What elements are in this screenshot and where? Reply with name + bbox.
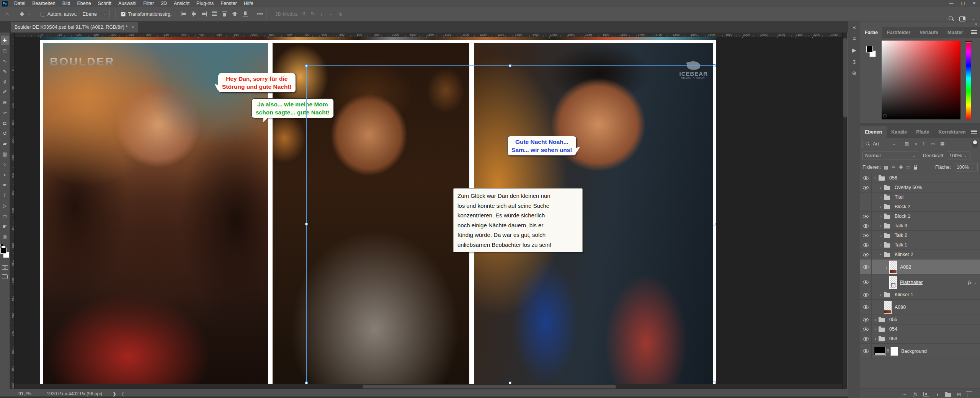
menu-hilfe[interactable]: Hilfe	[240, 0, 257, 7]
menu-schrift[interactable]: Schrift	[95, 0, 115, 7]
layer-row-talk-2[interactable]: ›Talk 2	[860, 231, 980, 240]
align-left-icon[interactable]	[181, 11, 186, 16]
brush-tool[interactable]: ✑	[1, 108, 9, 117]
menu-datei[interactable]: Datei	[11, 0, 29, 7]
dodge-tool[interactable]: ◖	[1, 170, 9, 179]
filter-shape-icon[interactable]: ▭	[930, 141, 936, 147]
export-panel-icon[interactable]: ↥	[848, 56, 860, 67]
lock-position-icon[interactable]: ✚	[899, 165, 903, 170]
workspace-switcher-icon[interactable]	[959, 16, 965, 21]
chevron-down-icon[interactable]: ›	[873, 176, 878, 180]
blur-tool[interactable]: ○	[1, 160, 9, 169]
gradient-tool[interactable]: ▥	[1, 149, 9, 159]
visibility-toggle[interactable]	[860, 315, 872, 324]
distribute-icon[interactable]	[212, 11, 217, 16]
actions-panel-icon[interactable]: ▶	[848, 44, 860, 56]
path-select-tool[interactable]: ▷	[1, 201, 9, 210]
menu-bearbeiten[interactable]: Bearbeiten	[29, 0, 59, 7]
menu-auswahl[interactable]: Auswahl	[115, 0, 140, 7]
layer-row-054[interactable]: ›054	[860, 325, 980, 334]
layer-row-053[interactable]: ›053	[860, 334, 980, 344]
hand-tool[interactable]: ☛	[1, 222, 9, 231]
visibility-toggle[interactable]	[860, 275, 872, 290]
pen-tool[interactable]: ✒	[1, 180, 9, 190]
layer-row-a082[interactable]: ↓A082	[860, 259, 980, 275]
tab-close-icon[interactable]: ×	[131, 24, 134, 30]
visibility-toggle[interactable]	[860, 250, 872, 259]
chevron-down-icon[interactable]: ›	[879, 252, 883, 257]
chevron-right-icon[interactable]: ›	[879, 204, 883, 209]
transform-selection-box[interactable]	[306, 65, 714, 383]
fx-chevron-icon[interactable]: ⌄	[974, 281, 977, 284]
layer-row-talk-3[interactable]: ›Talk 3	[860, 221, 980, 231]
more-options-icon[interactable]: •••	[257, 11, 263, 17]
layer-row-overlay-50-[interactable]: ›Overlay 50%	[860, 183, 980, 192]
menu-3d[interactable]: 3D	[157, 0, 170, 7]
transform-handle[interactable]	[713, 64, 715, 67]
visibility-toggle[interactable]	[860, 325, 872, 334]
menu-ansicht[interactable]: Ansicht	[170, 0, 193, 7]
tab-farbfelder[interactable]: Farbfelder	[882, 27, 915, 38]
eyedropper-tool[interactable]: ✐	[1, 87, 9, 97]
eraser-tool[interactable]: ▰	[1, 139, 9, 148]
layer-fx-badge[interactable]: fx	[968, 279, 972, 285]
history-brush-tool[interactable]: ↺	[1, 129, 9, 138]
document-tab[interactable]: Boulder DE K03S04.psd bei 91,7% (A082, R…	[11, 22, 138, 33]
align-right-icon[interactable]	[201, 11, 207, 16]
minimize-button[interactable]: —	[946, 0, 957, 7]
visibility-toggle[interactable]	[860, 240, 872, 250]
color-swatch-widget[interactable]	[0, 248, 10, 261]
marquee-tool[interactable]: □	[1, 46, 9, 55]
panel-menu-icon[interactable]	[971, 30, 977, 34]
tab-kan-le[interactable]: Kanäle	[887, 126, 911, 138]
menu-fenster[interactable]: Fenster	[217, 0, 240, 7]
new-group-icon[interactable]	[945, 393, 951, 397]
opacity-dropdown[interactable]: 100% ⌄	[947, 152, 970, 160]
align-top-icon[interactable]	[222, 11, 228, 16]
canvas-area[interactable]: BOULDER ICEBEAR GRAPHIC NOVEL Hey Dan, s…	[10, 33, 842, 389]
move-tool-preset-icon[interactable]: ✚	[17, 11, 26, 17]
visibility-toggle[interactable]	[860, 344, 872, 359]
layer-row-platzhalter[interactable]: Platzhalterfx⌄	[860, 275, 980, 290]
color-picker-ring[interactable]	[883, 114, 887, 117]
layer-row-titel[interactable]: ›Titel	[860, 192, 980, 202]
align-center-h-icon[interactable]	[191, 11, 197, 16]
collapse-panels-icon[interactable]: «	[848, 21, 860, 33]
lasso-tool[interactable]: ∿	[1, 56, 9, 66]
panel-foreground-swatch[interactable]	[866, 46, 873, 52]
visibility-toggle[interactable]	[860, 231, 872, 240]
healing-tool[interactable]: ⊕	[1, 98, 9, 107]
layer-row-056[interactable]: ›056	[860, 173, 980, 183]
lock-artboard-icon[interactable]: ▭	[906, 165, 910, 170]
fill-dropdown[interactable]: 100% ⌄	[954, 163, 978, 171]
type-tool[interactable]: T	[1, 191, 9, 200]
transform-handle[interactable]	[305, 223, 308, 225]
tab-korrekturen[interactable]: Korrekturen	[934, 126, 970, 138]
tab-ebenen[interactable]: Ebenen	[860, 126, 887, 138]
horizontal-scroll-thumb[interactable]	[363, 385, 616, 388]
tab-pfade[interactable]: Pfade	[911, 126, 934, 138]
chevron-right-icon[interactable]: ›	[879, 214, 883, 219]
transform-handle[interactable]	[305, 64, 308, 67]
chevron-right-icon[interactable]: ›	[879, 223, 883, 228]
foreground-color-swatch[interactable]	[0, 248, 7, 254]
align-middle-icon[interactable]	[232, 11, 238, 16]
layer-row-055[interactable]: ›055	[860, 315, 980, 325]
lock-transparency-icon[interactable]: ▩	[884, 165, 888, 170]
chevron-right-icon[interactable]: ›	[873, 327, 878, 331]
blend-mode-dropdown[interactable]: Normal ⌄	[862, 152, 919, 160]
menu-ebene[interactable]: Ebene	[74, 0, 95, 7]
zoom-level[interactable]: 91,7%	[18, 391, 31, 396]
chevron-right-icon[interactable]: ›	[879, 243, 883, 247]
visibility-toggle[interactable]	[860, 334, 872, 343]
tab-farbe[interactable]: Farbe	[860, 27, 882, 38]
auto-select-target-dropdown[interactable]: Ebene ⌄	[80, 10, 110, 18]
search-icon[interactable]	[949, 16, 954, 21]
menu-plug-ins[interactable]: Plug-ins	[193, 0, 217, 7]
visibility-toggle[interactable]	[860, 192, 872, 202]
visibility-toggle[interactable]	[860, 259, 872, 274]
shape-tool[interactable]: ▭	[1, 211, 9, 221]
close-button[interactable]: ✕	[969, 0, 980, 7]
layer-filter-dropdown[interactable]: Art ⌄	[862, 140, 899, 148]
tool-preset-chevron-icon[interactable]: ⌄	[26, 12, 32, 16]
